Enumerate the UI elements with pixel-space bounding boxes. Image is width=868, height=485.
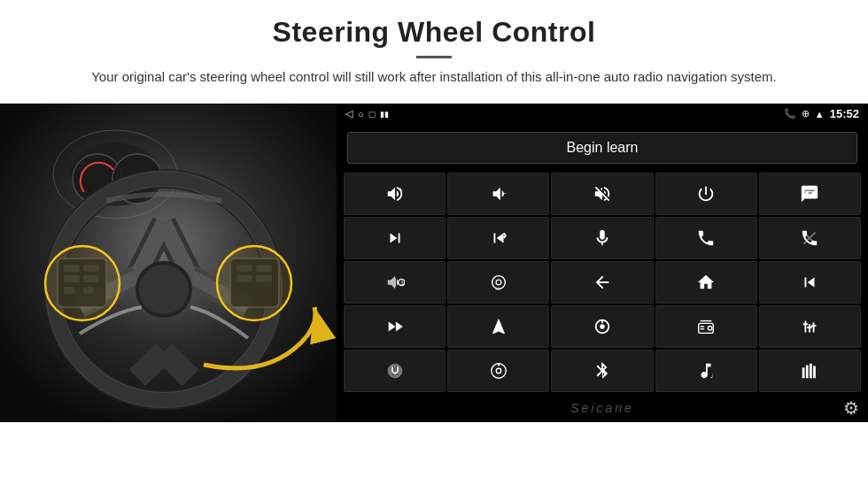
svg-rect-61	[802, 367, 805, 378]
home-nav-icon[interactable]: ○	[358, 109, 364, 119]
vol-down-button[interactable]: −	[447, 173, 549, 215]
svg-rect-62	[806, 365, 809, 378]
wifi-status-icon: ▲	[815, 109, 825, 119]
mute-button[interactable]	[551, 173, 653, 215]
voice-button[interactable]	[344, 350, 446, 392]
android-ui: ◁ ○ □ ▮▮ 📞 ⊕ ▲ 15:52 Begin learn	[337, 104, 868, 422]
prev-skip-button[interactable]	[447, 217, 549, 259]
fast-forward-button[interactable]	[344, 305, 446, 348]
status-bar: ◁ ○ □ ▮▮ 📞 ⊕ ▲ 15:52	[337, 104, 868, 125]
title-divider	[416, 56, 452, 58]
location-status-icon: ⊕	[802, 108, 810, 119]
seicane-watermark: Seicane	[570, 401, 634, 415]
bottom-bar: Seicane ⚙	[337, 394, 868, 422]
power-button[interactable]	[655, 173, 757, 215]
svg-point-33	[217, 246, 291, 320]
svg-point-19	[139, 265, 189, 314]
svg-rect-46	[699, 323, 714, 333]
mic-button[interactable]	[551, 217, 653, 259]
camera360-button[interactable]: 360°	[447, 261, 549, 304]
back-nav-icon[interactable]: ◁	[345, 108, 353, 119]
vol-up-button[interactable]: +	[344, 173, 446, 215]
settings-knob-button[interactable]	[447, 350, 549, 392]
audio-bars-button[interactable]	[759, 350, 861, 392]
navigation-button[interactable]	[447, 305, 549, 348]
end-call-button[interactable]	[759, 217, 861, 259]
begin-learn-button[interactable]: Begin learn	[347, 132, 857, 164]
android-wrapper: ◁ ○ □ ▮▮ 📞 ⊕ ▲ 15:52 Begin learn	[337, 104, 868, 422]
svg-text:−: −	[502, 189, 506, 196]
radio-button[interactable]	[655, 305, 757, 348]
svg-point-41	[496, 280, 501, 285]
bluetooth-button[interactable]	[551, 350, 653, 392]
svg-text:+: +	[399, 186, 402, 194]
page-container: Steering Wheel Control Your original car…	[0, 0, 868, 485]
header-section: Steering Wheel Control Your original car…	[0, 0, 868, 96]
car-image-section	[0, 104, 337, 422]
svg-point-47	[708, 326, 712, 330]
music-button[interactable]: ♩	[655, 350, 757, 392]
phone-prev-button[interactable]	[759, 173, 861, 215]
home-button[interactable]	[655, 261, 757, 304]
svg-text:360: 360	[400, 279, 405, 285]
status-right: 📞 ⊕ ▲ 15:52	[784, 107, 859, 120]
phone-status-icon: 📞	[784, 108, 796, 119]
back-button[interactable]	[551, 261, 653, 304]
time-display: 15:52	[830, 107, 859, 120]
svg-line-37	[503, 233, 506, 235]
svg-point-44	[600, 324, 605, 329]
page-title: Steering Wheel Control	[35, 16, 833, 49]
svg-text:360°: 360°	[495, 288, 502, 291]
eq-button[interactable]	[759, 305, 861, 348]
source-button[interactable]	[551, 305, 653, 348]
svg-point-58	[496, 368, 501, 373]
signal-icon: ▮▮	[380, 110, 389, 119]
call-button[interactable]	[655, 217, 757, 259]
settings-gear-icon[interactable]: ⚙	[843, 397, 859, 419]
content-row: ◁ ○ □ ▮▮ 📞 ⊕ ▲ 15:52 Begin learn	[0, 104, 868, 422]
speaker-button[interactable]: 360	[344, 261, 446, 304]
svg-point-32	[45, 246, 120, 320]
car-background	[0, 104, 337, 422]
controls-grid: + −	[337, 171, 868, 394]
next-track-button[interactable]	[344, 217, 446, 259]
begin-learn-row: Begin learn	[337, 125, 868, 171]
status-left: ◁ ○ □ ▮▮	[345, 108, 389, 119]
svg-line-38	[503, 235, 506, 238]
recent-nav-icon[interactable]: □	[369, 109, 376, 119]
svg-rect-63	[810, 363, 812, 378]
rewind-button[interactable]	[759, 261, 861, 304]
subtitle-text: Your original car's steering wheel contr…	[89, 67, 779, 88]
steering-wheel-svg	[0, 104, 337, 422]
svg-text:♩: ♩	[710, 372, 713, 380]
svg-rect-64	[814, 366, 817, 378]
